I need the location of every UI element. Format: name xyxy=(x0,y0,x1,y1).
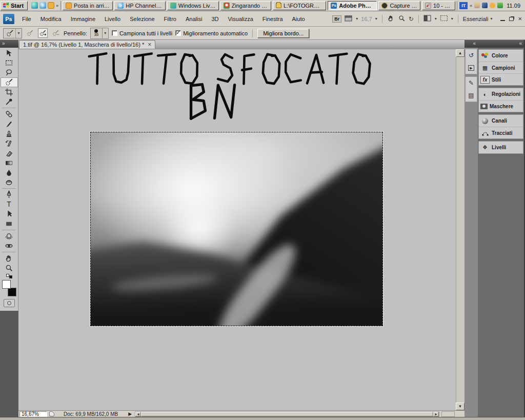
path-selection-tool[interactable] xyxy=(1,209,18,219)
taskbar-button-hp-channel[interactable]: eHP Channel Ser... xyxy=(114,1,166,10)
3d-orbit-tool[interactable] xyxy=(1,241,18,251)
menu-analisi[interactable]: Analisi xyxy=(181,14,207,24)
actions-panel-icon[interactable]: ▶ xyxy=(466,63,476,73)
tray-chevron-icon[interactable]: « xyxy=(470,3,472,8)
menu-3d[interactable]: 3D xyxy=(207,14,223,24)
panel-button-campioni[interactable]: ▦Campioni xyxy=(479,62,523,73)
view-extras-dropdown-icon[interactable]: ▾ xyxy=(356,16,358,21)
sample-all-layers-checkbox[interactable] xyxy=(112,30,117,36)
shape-tool[interactable] xyxy=(1,219,18,229)
hand-tool-appbar-icon[interactable] xyxy=(387,14,395,23)
tray-network-icon[interactable] xyxy=(482,3,488,8)
tool-presets-panel-icon[interactable]: ✎ xyxy=(466,78,476,88)
crop-tool[interactable] xyxy=(1,87,18,97)
auto-enhance-checkbox[interactable] xyxy=(175,30,181,36)
history-panel-icon[interactable]: ↺ xyxy=(466,50,476,61)
vertical-scrollbar[interactable]: ▲ ▼ xyxy=(456,40,465,417)
icon-dock-collapse-header[interactable]: « xyxy=(465,40,478,48)
tab-close-icon[interactable]: × xyxy=(148,42,151,47)
status-menu-arrow-icon[interactable]: ▶ xyxy=(127,411,133,416)
panel-button-tracciati[interactable]: Tracciati xyxy=(479,127,523,138)
selection-mode-subtract-icon[interactable] xyxy=(51,28,60,38)
zoom-dropdown-icon[interactable]: ▾ xyxy=(375,16,377,21)
view-extras-icon[interactable] xyxy=(345,15,353,23)
refine-edge-button[interactable]: Migliora bordo... xyxy=(257,29,309,38)
start-button[interactable]: Start xyxy=(1,1,28,10)
pen-tool[interactable] xyxy=(1,190,18,199)
default-colors-icon[interactable] xyxy=(6,274,12,278)
quicklaunch-chevron-icon[interactable]: » xyxy=(56,3,58,8)
menu-livello[interactable]: Livello xyxy=(100,14,125,24)
status-page-icon[interactable] xyxy=(49,411,54,416)
hand-tool[interactable] xyxy=(1,253,18,263)
messenger-quicklaunch-icon[interactable] xyxy=(31,2,38,9)
clone-stamp-tool[interactable] xyxy=(1,129,18,138)
language-indicator[interactable]: IT xyxy=(459,2,468,9)
quick-selection-tool[interactable] xyxy=(1,77,18,87)
sample-all-layers-option[interactable]: Campiona tutti i livelli xyxy=(112,30,172,36)
background-color-swatch[interactable] xyxy=(8,288,16,296)
foreground-color-swatch[interactable] xyxy=(2,280,11,289)
auto-enhance-option[interactable]: Miglioramento automatico xyxy=(175,30,248,36)
panel-button-colore[interactable]: Colore xyxy=(479,50,523,62)
panel-button-maschere[interactable]: Maschere xyxy=(479,100,523,112)
quick-mask-button[interactable] xyxy=(4,299,15,307)
screen-mode-icon[interactable] xyxy=(440,15,448,23)
gradient-tool[interactable] xyxy=(1,158,18,168)
taskbar-button-capture-nx[interactable]: Capture NX 2 xyxy=(378,1,420,10)
panel-dock-collapse-header[interactable]: « xyxy=(478,40,524,48)
document-tab[interactable]: 1.tif @ 16,7% (Livello 1, Maschera di li… xyxy=(19,40,155,49)
menu-finestra[interactable]: Finestra xyxy=(258,14,288,24)
history-brush-tool[interactable] xyxy=(1,138,18,148)
brush-picker[interactable]: 35 ▾ xyxy=(90,28,109,39)
panel-button-canali[interactable]: Canali xyxy=(479,115,523,127)
menu-selezione[interactable]: Selezione xyxy=(125,14,159,24)
minimize-icon[interactable] xyxy=(500,20,505,21)
menu-aiuto[interactable]: Aiuto xyxy=(288,14,310,24)
3d-rotate-tool[interactable] xyxy=(1,231,18,241)
workspace-switcher[interactable]: Essenziali▾ xyxy=(463,16,493,22)
scroll-down-icon[interactable]: ▼ xyxy=(456,403,465,410)
selection-mode-new-icon[interactable] xyxy=(25,28,35,38)
menu-file[interactable]: File xyxy=(17,14,36,24)
move-tool[interactable] xyxy=(1,48,18,58)
taskbar-button-mail[interactable]: Posta in arrivo -... xyxy=(63,1,113,10)
bridge-button[interactable]: Br xyxy=(332,15,341,23)
photo-selection[interactable] xyxy=(90,132,383,326)
close-icon[interactable]: × xyxy=(518,16,522,22)
tray-clock-icon[interactable] xyxy=(490,3,495,8)
arrange-documents-icon[interactable] xyxy=(423,15,432,23)
layer-comps-panel-icon[interactable]: ▤ xyxy=(466,90,476,101)
menu-filtro[interactable]: Filtro xyxy=(159,14,181,24)
brush-tool[interactable] xyxy=(1,119,18,129)
vertical-scroll-track[interactable] xyxy=(456,57,465,403)
menu-immagine[interactable]: Immagine xyxy=(66,14,100,24)
dodge-tool[interactable] xyxy=(1,177,18,187)
restore-icon[interactable] xyxy=(509,17,514,21)
tools-collapse-header[interactable]: » xyxy=(0,40,18,48)
rotate-view-icon[interactable]: ↻ xyxy=(409,15,414,23)
scroll-right-icon[interactable]: ▸ xyxy=(433,412,439,416)
zoom-level-value[interactable]: 16,7 xyxy=(361,16,372,22)
scroll-left-icon[interactable]: ◂ xyxy=(135,412,141,416)
taskbar-button-windows-live[interactable]: Windows Live M... xyxy=(167,1,219,10)
selection-mode-add-icon[interactable] xyxy=(38,28,48,38)
ie-quicklaunch-icon[interactable]: e xyxy=(39,2,46,9)
taskbar-button-fotografia-folder[interactable]: L:\FOTOGRAFIA... xyxy=(273,1,327,10)
panel-button-livelli[interactable]: ❖Livelli xyxy=(479,142,523,153)
healing-brush-tool[interactable] xyxy=(1,109,18,119)
zoom-percentage-field[interactable]: 16,67% xyxy=(19,411,47,417)
lasso-tool[interactable] xyxy=(1,68,18,77)
rectangular-marquee-tool[interactable] xyxy=(1,58,18,68)
canvas[interactable] xyxy=(18,49,456,410)
menu-modifica[interactable]: Modifica xyxy=(36,14,66,24)
menu-visualizza[interactable]: Visualizza xyxy=(223,14,257,24)
panel-button-regolazioni[interactable]: ◐Regolazioni xyxy=(479,88,523,100)
clock-quicklaunch-icon[interactable] xyxy=(48,2,54,9)
type-tool[interactable]: T xyxy=(1,199,18,209)
eyedropper-tool[interactable] xyxy=(1,97,18,107)
horizontal-scroll-thumb[interactable] xyxy=(141,412,433,416)
arrange-documents-dropdown-icon[interactable]: ▾ xyxy=(435,16,437,21)
scroll-up-icon[interactable]: ▲ xyxy=(456,49,465,57)
tray-user-icon[interactable] xyxy=(474,3,480,8)
